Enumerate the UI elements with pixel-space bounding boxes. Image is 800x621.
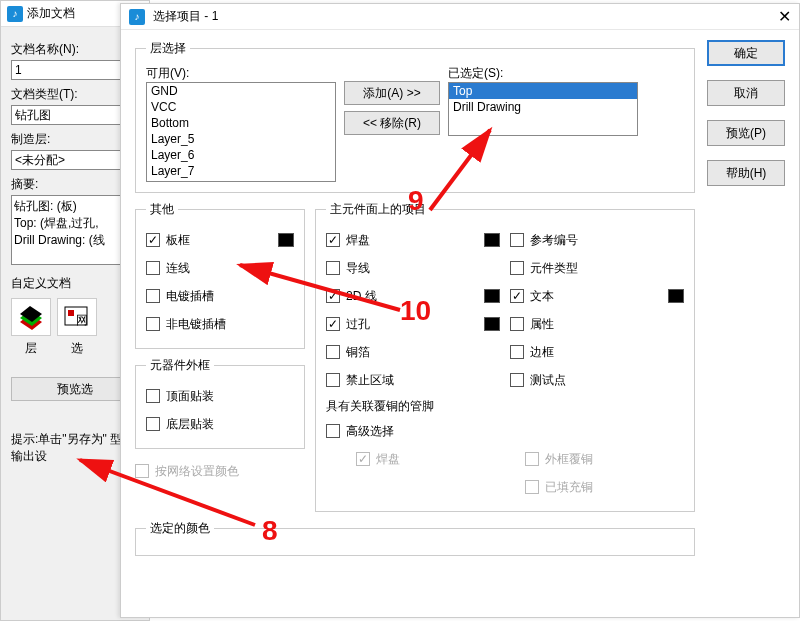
svg-text:网: 网 [76, 313, 88, 327]
layers-icon [16, 304, 46, 330]
chk-advanced-select[interactable]: 高级选择 [326, 417, 684, 445]
custom-doc-icon-layers[interactable] [11, 298, 51, 336]
mfg-layer-value: <未分配> [15, 152, 65, 169]
checkbox-icon [326, 373, 340, 387]
other-group: 其他 板框 连线 电镀插槽 非电镀插槽 [135, 201, 305, 349]
main-items-legend: 主元件面上的项目 [326, 201, 430, 218]
select-items-title: 选择项目 - 1 [153, 8, 218, 25]
chk-border[interactable]: 边框 [510, 338, 684, 366]
checkbox-icon [356, 452, 370, 466]
checkbox-icon [326, 345, 340, 359]
selected-color-legend: 选定的颜色 [146, 520, 214, 537]
chk-vias[interactable]: 过孔 [326, 310, 500, 338]
list-item[interactable]: GND [147, 83, 335, 99]
remove-button[interactable]: << 移除(R) [344, 111, 440, 135]
list-item[interactable]: Bottom [147, 115, 335, 131]
chk-traces[interactable]: 导线 [326, 254, 500, 282]
color-swatch[interactable] [668, 289, 684, 303]
checkbox-icon [510, 317, 524, 331]
cancel-button[interactable]: 取消 [707, 80, 785, 106]
component-outline-group: 元器件外框 顶面贴装 底层贴装 [135, 357, 305, 449]
list-item[interactable]: Top [449, 83, 637, 99]
checkbox-icon [146, 417, 160, 431]
chk-net-color: 按网络设置颜色 [135, 457, 305, 485]
checkbox-icon [326, 289, 340, 303]
chk-refdes[interactable]: 参考编号 [510, 226, 684, 254]
list-item[interactable]: Drill Drawing [449, 99, 637, 115]
chk-board-outline[interactable]: 板框 [146, 226, 294, 254]
color-swatch[interactable] [484, 233, 500, 247]
checkbox-icon [510, 373, 524, 387]
layer-select-group: 层选择 可用(V): GND VCC Bottom Layer_5 Layer_… [135, 40, 695, 193]
main-items-group: 主元件面上的项目 焊盘 导线 2D 线 过孔 铜箔 禁止区域 [315, 201, 695, 512]
checkbox-icon [146, 233, 160, 247]
checkbox-icon [510, 289, 524, 303]
checkbox-icon [135, 464, 149, 478]
available-list[interactable]: GND VCC Bottom Layer_5 Layer_6 Layer_7 [146, 82, 336, 182]
svg-rect-4 [68, 310, 74, 316]
checkbox-icon [525, 452, 539, 466]
other-legend: 其他 [146, 201, 178, 218]
chk-nonplated-slot[interactable]: 非电镀插槽 [146, 310, 294, 338]
color-swatch[interactable] [484, 289, 500, 303]
selected-list[interactable]: Top Drill Drawing [448, 82, 638, 136]
chk-keepout[interactable]: 禁止区域 [326, 366, 500, 394]
list-item[interactable]: VCC [147, 99, 335, 115]
checkbox-icon [146, 389, 160, 403]
select-items-dialog: ♪ 选择项目 - 1 ✕ 层选择 可用(V): GND VCC Bottom L… [120, 3, 800, 618]
chk-text[interactable]: 文本 [510, 282, 684, 310]
available-label: 可用(V): [146, 65, 336, 82]
col-header-layer: 层 [11, 340, 51, 357]
chk-comp-type[interactable]: 元件类型 [510, 254, 684, 282]
chk-adv-filled-copper: 已填充铜 [525, 473, 684, 501]
checkbox-icon [146, 289, 160, 303]
component-outline-legend: 元器件外框 [146, 357, 214, 374]
checkbox-icon [510, 233, 524, 247]
checkbox-icon [326, 261, 340, 275]
selected-label: 已选定(S): [448, 65, 638, 82]
col-header-sel: 选 [57, 340, 97, 357]
checkbox-icon [326, 233, 340, 247]
summary-line: Top: (焊盘,过孔, [14, 215, 136, 232]
preview-button[interactable]: 预览(P) [707, 120, 785, 146]
checkbox-icon [146, 261, 160, 275]
checkbox-icon [326, 317, 340, 331]
summary-line: Drill Drawing: (线 [14, 232, 136, 249]
color-swatch[interactable] [278, 233, 294, 247]
color-swatch[interactable] [484, 317, 500, 331]
summary-line: 钻孔图: (板) [14, 198, 136, 215]
close-button[interactable]: ✕ [778, 7, 791, 26]
layer-select-legend: 层选择 [146, 40, 190, 57]
chk-copper[interactable]: 铜箔 [326, 338, 500, 366]
chk-attributes[interactable]: 属性 [510, 310, 684, 338]
assoc-copper-label: 具有关联覆铜的管脚 [326, 398, 684, 415]
chk-2d-lines[interactable]: 2D 线 [326, 282, 500, 310]
selected-color-group: 选定的颜色 [135, 520, 695, 556]
app-icon: ♪ [129, 9, 145, 25]
list-item[interactable]: Layer_5 [147, 131, 335, 147]
help-button[interactable]: 帮助(H) [707, 160, 785, 186]
ok-button[interactable]: 确定 [707, 40, 785, 66]
select-items-titlebar: ♪ 选择项目 - 1 ✕ [121, 4, 799, 30]
chk-bottom-mount[interactable]: 底层贴装 [146, 410, 294, 438]
custom-doc-icon-board[interactable]: 网 [57, 298, 97, 336]
add-doc-title: 添加文档 [27, 5, 75, 22]
checkbox-icon [510, 345, 524, 359]
doc-type-value: 钻孔图 [15, 107, 51, 124]
list-item[interactable]: Layer_6 [147, 147, 335, 163]
chk-testpoint[interactable]: 测试点 [510, 366, 684, 394]
checkbox-icon [525, 480, 539, 494]
checkbox-icon [326, 424, 340, 438]
list-item[interactable]: Layer_7 [147, 163, 335, 179]
chk-adv-outline-copper: 外框覆铜 [525, 445, 684, 473]
chk-connections[interactable]: 连线 [146, 254, 294, 282]
chk-top-mount[interactable]: 顶面贴装 [146, 382, 294, 410]
checkbox-icon [146, 317, 160, 331]
add-button[interactable]: 添加(A) >> [344, 81, 440, 105]
checkbox-icon [510, 261, 524, 275]
chk-pads[interactable]: 焊盘 [326, 226, 500, 254]
chk-plated-slot[interactable]: 电镀插槽 [146, 282, 294, 310]
app-icon: ♪ [7, 6, 23, 22]
board-icon: 网 [62, 304, 92, 330]
chk-adv-pads: 焊盘 [356, 445, 515, 473]
